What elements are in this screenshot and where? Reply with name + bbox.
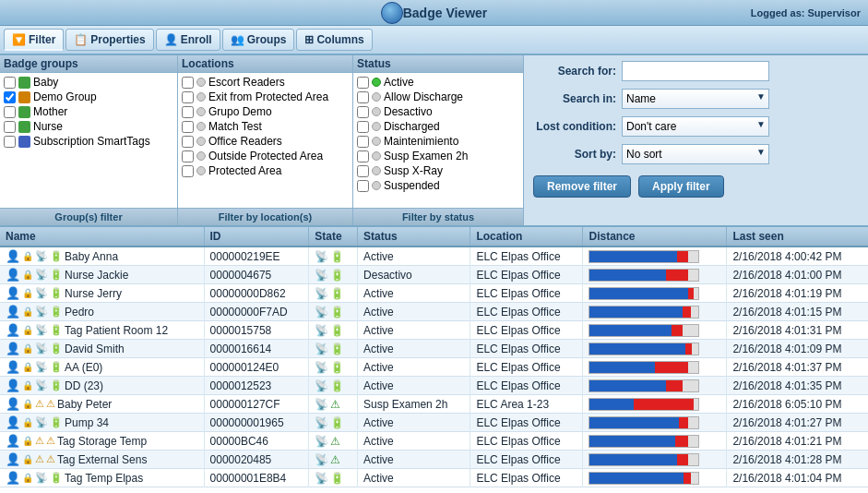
properties-tab[interactable]: 📋 Properties	[65, 29, 153, 51]
lock-icon: 🔒	[22, 270, 33, 280]
location-bullet	[196, 166, 206, 175]
distance-bar	[589, 343, 699, 355]
column-header-last-seen[interactable]: Last seen	[727, 227, 868, 246]
columns-label: Columns	[316, 33, 363, 46]
state-battery-icon: 🔋	[330, 472, 344, 485]
distance-fill-red	[677, 251, 688, 262]
remove-filter-button[interactable]: Remove filter	[533, 175, 631, 198]
status-item[interactable]: Discharged	[355, 119, 521, 134]
status-item[interactable]: Suspended	[355, 178, 521, 193]
table-row[interactable]: 👤 🔒 📡 🔋 DD (23) 0000012523 📡 🔋 ActiveELC…	[0, 377, 868, 395]
status-label: Allow Discharge	[384, 90, 463, 103]
column-header-status[interactable]: Status	[358, 227, 470, 246]
table-row[interactable]: 👤 🔒 📡 🔋 Pump 34 000000001965 📡 🔋 ActiveE…	[0, 414, 868, 432]
location-item[interactable]: Exit from Protected Area	[180, 90, 351, 104]
table-row[interactable]: 👤 🔒 📡 🔋 Baby Anna 000000219EE 📡 🔋 Active…	[0, 246, 868, 266]
sort-by-select[interactable]: No sortNameIDStatusLocation	[622, 144, 769, 164]
table-row[interactable]: 👤 🔒 ⚠ ⚠ Tag External Sens 0000020485 📡 ⚠…	[0, 451, 868, 469]
cell-status: Active	[358, 340, 470, 358]
distance-fill-blue	[589, 454, 676, 465]
person-icon: 👤	[6, 360, 20, 374]
column-header-state[interactable]: State	[309, 227, 358, 246]
person-icon: 👤	[6, 268, 20, 282]
state-signal-icon: 📡	[315, 453, 328, 466]
table-row[interactable]: 👤 🔒 📡 🔋 Tag Patient Room 12 0000015758 📡…	[0, 321, 868, 340]
groups-tab[interactable]: 👥 Groups	[222, 29, 295, 51]
cell-state: 📡 🔋	[309, 340, 358, 358]
badge-groups-list: BabyDemo GroupMotherNurseSubscription Sm…	[0, 73, 177, 208]
cell-status: Active	[358, 246, 470, 266]
search-for-input[interactable]	[622, 61, 769, 81]
title-bar: Badge Viewer Logged as: Supervisor	[0, 0, 868, 26]
cell-distance	[583, 414, 727, 432]
search-in-select[interactable]: NameIDLocation	[622, 89, 769, 109]
columns-tab[interactable]: ⊞ Columns	[296, 29, 372, 51]
status-item[interactable]: Desactivo	[355, 104, 521, 119]
cell-id: 000000127CF	[204, 395, 309, 414]
column-header-id[interactable]: ID	[204, 227, 309, 246]
enroll-tab[interactable]: 👤 Enroll	[156, 29, 220, 51]
column-header-location[interactable]: Location	[470, 227, 583, 246]
lost-condition-label: Lost condition:	[533, 120, 616, 133]
location-item[interactable]: Match Test	[180, 119, 351, 134]
location-item[interactable]: Outside Protected Area	[180, 149, 351, 163]
cell-last-seen: 2/16/2018 4:01:04 PM	[727, 469, 868, 487]
locations-footer[interactable]: Filter by location(s)	[178, 208, 352, 225]
state-battery-icon: 🔋	[330, 287, 344, 300]
data-table-wrapper[interactable]: NameIDStateStatusLocationDistanceLast se…	[0, 227, 868, 493]
table-row[interactable]: 👤 🔒 📡 🔋 Pedro 00000000F7AD 📡 🔋 ActiveELC…	[0, 303, 868, 321]
status-item[interactable]: Allow Discharge	[355, 90, 521, 104]
signal-icon: 📡	[35, 416, 48, 428]
status-item[interactable]: Susp Examen 2h	[355, 149, 521, 163]
table-row[interactable]: 👤 🔒 📡 🔋 AA (E0) 000000124E0 📡 🔋 ActiveEL…	[0, 358, 868, 377]
lost-condition-select[interactable]: Don't careLostNot Lost	[622, 116, 769, 137]
column-header-distance[interactable]: Distance	[583, 227, 727, 246]
badge-group-item[interactable]: Baby	[2, 75, 175, 90]
status-footer[interactable]: Filter by status	[353, 208, 523, 225]
distance-fill-red	[666, 270, 688, 281]
location-item[interactable]: Grupo Demo	[180, 104, 351, 119]
state-battery-icon: ⚠	[330, 398, 340, 411]
table-row[interactable]: 👤 🔒 ⚠ ⚠ Baby Peter 000000127CF 📡 ⚠ Susp …	[0, 395, 868, 414]
badge-groups-footer[interactable]: Group(s) filter	[0, 208, 177, 225]
cell-name: 👤 🔒 ⚠ ⚠ Tag External Sens	[0, 451, 204, 469]
state-signal-icon: 📡	[315, 306, 328, 319]
column-header-name[interactable]: Name	[0, 227, 204, 246]
table-row[interactable]: 👤 🔒 📡 🔋 David Smith 0000016614 📡 🔋 Activ…	[0, 340, 868, 358]
state-battery-icon: 🔋	[330, 343, 344, 355]
badge-group-item[interactable]: Subscription SmartTags	[2, 134, 175, 149]
badge-group-item[interactable]: Demo Group	[2, 90, 175, 104]
status-list: ActiveAllow DischargeDesactivoDischarged…	[353, 73, 523, 208]
distance-fill-blue	[589, 307, 682, 318]
row-name: Nurse Jackie	[65, 269, 128, 282]
state-battery-icon: ⚠	[330, 435, 340, 448]
table-row[interactable]: 👤 🔒 ⚠ ⚠ Tag Storage Temp 00000BC46 📡 ⚠ A…	[0, 432, 868, 451]
location-item[interactable]: Escort Readers	[180, 75, 351, 90]
cell-last-seen: 2/16/2018 4:01:27 PM	[727, 414, 868, 432]
apply-filter-button[interactable]: Apply filter	[638, 175, 724, 198]
battery-icon: 🔋	[50, 306, 63, 318]
badge-group-label: Baby	[33, 76, 58, 89]
table-row[interactable]: 👤 🔒 📡 🔋 Nurse Jackie 0000004675 📡 🔋 Desa…	[0, 266, 868, 284]
cell-state: 📡 ⚠	[309, 451, 358, 469]
distance-bar	[589, 361, 699, 374]
badge-group-label: Demo Group	[33, 90, 97, 103]
status-item[interactable]: Maintenimiento	[355, 134, 521, 149]
status-bullet	[372, 166, 381, 175]
groups-label: Groups	[247, 33, 287, 46]
location-item[interactable]: Office Readers	[180, 134, 351, 149]
status-item[interactable]: Susp X-Ray	[355, 163, 521, 178]
status-item[interactable]: Active	[355, 75, 521, 90]
table-row[interactable]: 👤 🔒 📡 🔋 Tag Temp Elpas 00000001E8B4 📡 🔋 …	[0, 469, 868, 487]
badge-group-item[interactable]: Mother	[2, 104, 175, 119]
status-filter-panel: Status ActiveAllow DischargeDesactivoDis…	[353, 55, 524, 225]
table-row[interactable]: 👤 🔒 📡 🔋 Nurse Jerry 00000000D862 📡 🔋 Act…	[0, 284, 868, 303]
state-signal-icon: 📡	[315, 472, 328, 485]
row-name: Baby Anna	[65, 250, 118, 263]
location-item[interactable]: Protected Area	[180, 163, 351, 178]
cell-name: 👤 🔒 📡 🔋 Pump 34	[0, 414, 204, 432]
badge-group-item[interactable]: Nurse	[2, 119, 175, 134]
cell-status: Active	[358, 284, 470, 303]
filter-tab[interactable]: 🔽 Filter	[4, 29, 64, 51]
state-battery-icon: 🔋	[330, 269, 344, 282]
